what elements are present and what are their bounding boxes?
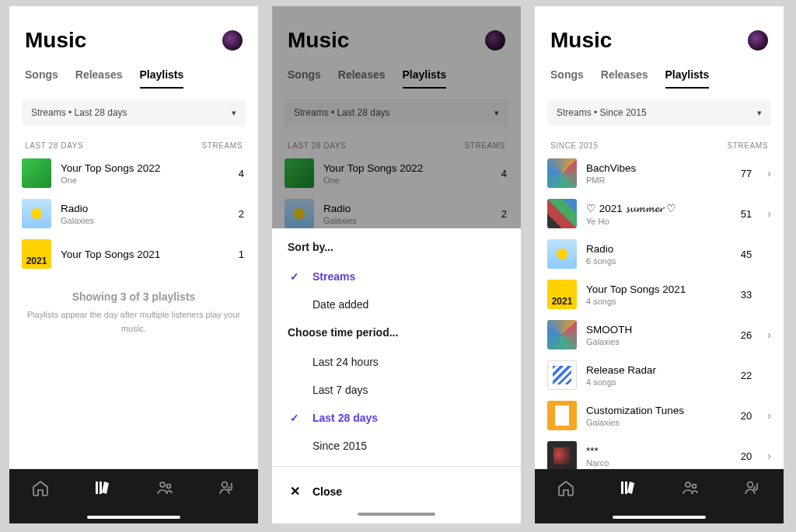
footer-title: Showing 3 of 3 playlists [25, 288, 243, 305]
playlist-meta: Your Top Songs 2022 One [61, 162, 229, 185]
period-title: Choose time period... [288, 326, 505, 339]
list-item[interactable]: Customization TunesGalaxies20› [547, 400, 771, 431]
playlist-name: Radio [586, 243, 731, 255]
bottom-nav [535, 469, 784, 523]
stream-count: 77 [741, 168, 753, 179]
avatar[interactable] [222, 30, 243, 50]
list-item[interactable]: Release Radar4 songs22› [547, 360, 771, 391]
screen-1: Music Songs Releases Playlists Streams •… [9, 6, 258, 523]
avatar[interactable] [748, 30, 768, 50]
home-icon[interactable] [31, 478, 50, 497]
table-header: SINCE 2015 STREAMS [535, 126, 784, 158]
playlist-meta: Radio6 songs [586, 243, 731, 266]
playlist-cover [547, 320, 577, 349]
home-icon[interactable] [557, 478, 575, 497]
audience-icon[interactable] [681, 478, 700, 497]
tab-releases[interactable]: Releases [601, 68, 648, 89]
playlist-sub: Galaxies [586, 418, 731, 427]
playlist-name: BachVibes [586, 162, 731, 174]
period-option-since-2015[interactable]: Since 2015 [288, 432, 505, 460]
option-label: Since 2015 [312, 440, 367, 452]
playlist-name: Your Top Songs 2021 [586, 283, 731, 295]
list-item[interactable]: SMOOTHGalaxies26› [547, 319, 771, 350]
sort-sheet: Sort by... ✓ Streams Date added Choose t… [272, 228, 521, 523]
list-item[interactable]: 2021 Your Top Songs 2021 1 [22, 238, 246, 269]
stream-count: 2 [239, 208, 246, 220]
playlist-name: Your Top Songs 2021 [61, 249, 229, 260]
screen-2: Music Songs Releases Playlists Streams •… [272, 6, 521, 523]
period-option-24h[interactable]: Last 24 hours [288, 348, 505, 376]
list-item[interactable]: 2021Your Top Songs 20214 songs33› [547, 279, 771, 310]
stream-count: 33 [741, 289, 753, 301]
period-header: SINCE 2015 [550, 141, 599, 150]
playlist-meta: Your Top Songs 20214 songs [586, 283, 731, 306]
list-item[interactable]: BachVibesPMR77› [547, 158, 771, 189]
list-item[interactable]: Your Top Songs 2022 One 4 [22, 158, 246, 189]
playlist-cover [22, 199, 51, 228]
divider [272, 466, 521, 467]
playlist-cover [547, 360, 577, 390]
check-icon: ✓ [288, 270, 302, 283]
svg-point-9 [748, 482, 753, 488]
screen-3: Music Songs Releases Playlists Streams •… [535, 6, 784, 523]
tabs: Songs Releases Playlists [9, 57, 258, 89]
stream-count: 26 [741, 329, 753, 341]
sort-option-streams[interactable]: ✓ Streams [288, 263, 505, 290]
list-item[interactable]: ***Narco20› [547, 440, 771, 471]
playlist-name: Release Radar [586, 364, 731, 376]
option-label: Last 28 days [312, 412, 378, 424]
playlist-sub: One [61, 176, 229, 185]
stream-count: 22 [741, 370, 753, 381]
library-icon[interactable] [93, 478, 112, 497]
filter-dropdown[interactable]: Streams • Since 2015 ▾ [547, 99, 771, 126]
audience-icon[interactable] [155, 478, 174, 497]
close-label: Close [312, 485, 342, 498]
footer-note: Showing 3 of 3 playlists Playlists appea… [9, 269, 258, 336]
stream-count: 20 [741, 450, 753, 462]
playlist-name: ♡ 2021 𝓼𝓾𝓶𝓶𝓮𝓻 ♡ [586, 202, 731, 215]
playlist-meta: Release Radar4 songs [586, 364, 731, 387]
playlist-sub: Narco [586, 458, 731, 468]
bottom-nav [9, 469, 258, 523]
tab-songs[interactable]: Songs [550, 68, 584, 89]
svg-point-4 [222, 482, 228, 488]
playlist-name: SMOOTH [586, 324, 731, 336]
table-header: LAST 28 DAYS STREAMS [9, 126, 258, 158]
tabs: Songs Releases Playlists [535, 57, 784, 89]
svg-rect-6 [625, 482, 627, 494]
period-header: LAST 28 DAYS [25, 141, 83, 150]
tab-releases[interactable]: Releases [75, 68, 123, 89]
tab-playlists[interactable]: Playlists [665, 68, 710, 89]
caret-down-icon: ▾ [232, 108, 236, 118]
svg-point-7 [686, 482, 690, 487]
chevron-right-icon: › [767, 167, 771, 179]
playlist-list: BachVibesPMR77›♡ 2021 𝓼𝓾𝓶𝓶𝓮𝓻 ♡Ye Ho51›Ra… [535, 158, 784, 512]
playlist-sub: Galaxies [61, 216, 229, 225]
playlist-name: *** [586, 445, 731, 457]
artist-icon[interactable] [218, 478, 236, 497]
chevron-right-icon: › [767, 450, 771, 462]
home-indicator [87, 516, 180, 519]
chevron-right-icon: › [767, 329, 771, 341]
sort-option-date-added[interactable]: Date added [288, 290, 505, 318]
svg-rect-5 [621, 482, 623, 494]
list-item[interactable]: ♡ 2021 𝓼𝓾𝓶𝓶𝓮𝓻 ♡Ye Ho51› [547, 198, 771, 229]
library-icon[interactable] [619, 478, 637, 497]
sheet-handle[interactable] [358, 513, 435, 516]
streams-header: STREAMS [727, 141, 768, 150]
chevron-right-icon: › [767, 409, 771, 422]
artist-icon[interactable] [743, 478, 762, 497]
tab-songs[interactable]: Songs [25, 68, 58, 89]
home-indicator [613, 516, 706, 519]
period-option-28d[interactable]: ✓ Last 28 days [288, 404, 505, 432]
close-button[interactable]: ✕ Close [288, 473, 505, 505]
filter-dropdown[interactable]: Streams • Last 28 days ▾ [22, 99, 246, 126]
list-item[interactable]: Radio6 songs45› [547, 238, 771, 269]
period-option-7d[interactable]: Last 7 days [288, 376, 505, 404]
list-item[interactable]: Radio Galaxies 2 [22, 198, 246, 229]
stream-count: 51 [741, 208, 753, 220]
svg-point-3 [167, 485, 171, 489]
playlist-cover: 2021 [547, 280, 577, 309]
tab-playlists[interactable]: Playlists [140, 68, 184, 89]
playlist-cover [547, 239, 577, 269]
